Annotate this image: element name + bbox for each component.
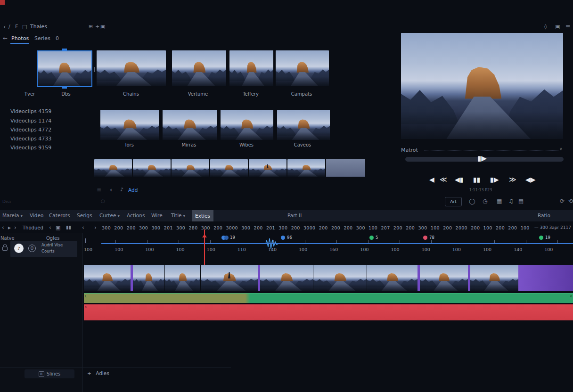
tl-page-right-icon[interactable]: ›	[94, 225, 97, 230]
filmstrip-frame[interactable]	[133, 159, 171, 177]
list-icon[interactable]: ≡	[97, 187, 101, 193]
menubar-right-label[interactable]: Ratio	[538, 212, 550, 218]
slides-button[interactable]: B Slines	[25, 369, 74, 378]
art-button[interactable]: Art	[445, 197, 462, 206]
pause-button[interactable]: ▮▮	[473, 176, 480, 183]
track-mute-toggle[interactable]: ♪	[14, 244, 24, 253]
timeline-marker[interactable]: 19	[221, 235, 235, 240]
add-track-button[interactable]: + Adles	[87, 370, 109, 376]
frame-tool-icon[interactable]: F	[15, 24, 18, 29]
filmstrip-frame[interactable]	[249, 159, 286, 177]
timeline-ruler[interactable]: 300 200 200 300 300 201 300 280 300 200 …	[102, 225, 532, 230]
tl-page-left-icon[interactable]: ‹	[82, 225, 84, 230]
search-icon[interactable]: ○	[101, 198, 105, 204]
grid-view-icon[interactable]: ⊞	[89, 24, 93, 29]
window-icon[interactable]: □	[22, 24, 27, 29]
filmstrip-frame[interactable]	[210, 159, 248, 177]
timeline-clip-solid[interactable]	[518, 265, 573, 291]
timeline-clip[interactable]	[201, 265, 258, 291]
audio-track-green[interactable]: L o	[84, 293, 573, 303]
timeline-clip[interactable]	[84, 265, 131, 291]
timeline-clip[interactable]	[470, 265, 518, 291]
clipboard-icon[interactable]: ▣	[100, 24, 105, 29]
track-solo-toggle[interactable]: O	[28, 245, 36, 252]
filmstrip-frame[interactable]	[287, 159, 325, 177]
timeline-clip[interactable]	[367, 265, 417, 291]
timeline-header-right[interactable]: Ogles	[46, 236, 59, 241]
filmstrip-frame-empty[interactable]	[326, 159, 365, 177]
frame-back-button[interactable]: ◀▮	[455, 176, 463, 183]
media-thumbnail[interactable]	[276, 50, 329, 86]
filmstrip-frame[interactable]	[172, 159, 209, 177]
clock-icon[interactable]: ◷	[483, 198, 487, 204]
list-item[interactable]: Videoclips 4733	[10, 136, 51, 142]
menu-icon[interactable]: ≡	[565, 24, 571, 30]
media-thumbnail-selected[interactable]	[37, 50, 92, 87]
list-item[interactable]: Videoclips 4772	[10, 127, 51, 133]
menu-item[interactable]: Curtee ▾	[99, 212, 120, 218]
tl-back-icon[interactable]: ‹	[2, 225, 4, 230]
music-note-icon[interactable]: ♫	[508, 198, 514, 204]
tab-back-icon[interactable]: ←	[3, 35, 8, 41]
timeline-clip[interactable]	[165, 265, 200, 291]
tl-chevron-left-icon[interactable]: ‹	[49, 225, 51, 230]
viewer-preview[interactable]	[401, 33, 563, 139]
tl-forward-icon[interactable]: ›	[14, 225, 16, 230]
menu-item[interactable]: Video	[30, 212, 43, 218]
rows-icon[interactable]: ▤	[518, 198, 524, 204]
selection-handle-top[interactable]	[62, 49, 67, 51]
media-thumbnail[interactable]	[163, 110, 217, 140]
media-thumbnail[interactable]	[277, 110, 330, 140]
droplet-icon[interactable]: ◊	[544, 24, 547, 29]
media-thumbnail[interactable]	[97, 50, 166, 86]
tl-play-icon[interactable]: ▸	[8, 225, 11, 230]
chevron-left-icon[interactable]: ‹	[110, 187, 112, 193]
list-item[interactable]: Videoclips 1174	[10, 118, 51, 124]
media-thumbnail[interactable]	[221, 110, 273, 140]
rewind-button[interactable]: ≪	[440, 175, 447, 184]
timeline-clip[interactable]	[133, 265, 164, 291]
timeline-clip[interactable]	[313, 265, 367, 291]
menu-item[interactable]: Wire	[151, 212, 163, 218]
skip-back-button[interactable]: ◀	[429, 176, 434, 183]
menu-item[interactable]: Actions	[127, 212, 145, 218]
media-thumbnail[interactable]	[229, 50, 273, 86]
menu-item-active[interactable]: Exties	[192, 210, 213, 221]
back-icon[interactable]: ‹	[3, 24, 6, 30]
timeline-marker[interactable]: 5	[369, 235, 378, 240]
lock-icon[interactable]	[2, 244, 8, 253]
loop-button[interactable]: ◀▶	[525, 176, 536, 183]
menu-item[interactable]: Serigs	[77, 212, 92, 218]
timeline-marker[interactable]: 19	[539, 235, 550, 240]
tab-series[interactable]: Series	[34, 35, 50, 41]
audio-icon[interactable]: ♪	[120, 187, 123, 192]
selection-side-tick[interactable]	[94, 67, 95, 72]
sync-alt-icon[interactable]: ⟲	[568, 198, 573, 204]
menu-item[interactable]: Marela ▾	[2, 212, 23, 218]
media-thumbnail[interactable]	[100, 110, 159, 140]
add-icon[interactable]: +	[95, 24, 99, 29]
add-media-button[interactable]: Add	[128, 187, 138, 193]
timeline-line[interactable]	[101, 243, 573, 244]
timeline-marker[interactable]: 78	[423, 235, 434, 240]
audio-track-red[interactable]: s	[84, 304, 573, 320]
selection-handle-bottom[interactable]	[62, 86, 67, 89]
menu-item[interactable]: Title ▾	[171, 212, 185, 218]
sync-icon[interactable]: ⟳	[560, 198, 565, 204]
tab-photos[interactable]: Photos	[11, 35, 29, 41]
filmstrip-frame[interactable]	[94, 159, 132, 177]
tl-clip-icon[interactable]: ▣	[56, 225, 60, 230]
scrub-playhead[interactable]: ▮▶	[477, 154, 487, 163]
menu-item[interactable]: Caterots	[49, 212, 70, 218]
timeline-clip[interactable]	[420, 265, 468, 291]
list-item[interactable]: Videoclips 9159	[10, 145, 51, 151]
list-item[interactable]: Videoclips 4159	[10, 108, 51, 114]
circle-icon[interactable]: ◯	[469, 198, 475, 204]
timeline-marker[interactable]: 96	[281, 235, 292, 240]
tl-pause-icon[interactable]: ▮▮	[66, 225, 71, 230]
tl-mode-label[interactable]: Thodued	[23, 225, 43, 230]
fast-forward-button[interactable]: ≫	[509, 175, 516, 184]
grid-icon[interactable]: ▦	[497, 198, 502, 204]
frame-forward-button[interactable]: ▮▶	[490, 176, 499, 183]
share-icon[interactable]: ▣	[555, 24, 560, 29]
